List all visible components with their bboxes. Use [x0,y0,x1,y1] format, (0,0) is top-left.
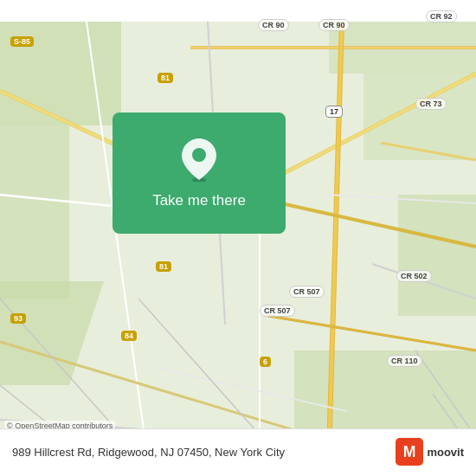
road-label-cr90-2: CR 90 [318,19,350,31]
road-label-cr502: CR 502 [396,270,432,282]
svg-point-36 [192,148,206,162]
address-text: 989 Hillcrest Rd, Ridgewood, NJ 07450, N… [12,446,396,459]
map-container: CR 90 CR 90 CR 92 CR 73 CR 507 CR 507 CR… [0,0,476,476]
road-label-cr507-2: CR 507 [260,305,295,317]
svg-rect-7 [363,74,476,160]
info-panel: 989 Hillcrest Rd, Ridgewood, NJ 07450, N… [0,428,476,476]
road-label-cr73: CR 73 [415,98,447,110]
route-badge-6: 6 [260,357,271,367]
moovit-logo: M moovit [396,438,464,466]
take-me-there-overlay[interactable]: Take me there [113,113,286,234]
road-label-cr507-1: CR 507 [289,286,325,298]
svg-text:M: M [403,443,416,460]
moovit-name-text: moovit [427,446,464,459]
route-badge-17: 17 [325,106,343,118]
route-badge-81-top: 81 [158,73,173,83]
route-badge-s85: S-85 [10,36,34,47]
road-label-cr90-1: CR 90 [258,19,289,31]
moovit-m-icon: M [396,438,423,466]
svg-rect-2 [0,125,69,299]
road-label-cr92: CR 92 [426,10,457,23]
map-background [0,0,476,476]
route-badge-84: 84 [121,331,137,341]
location-pin-icon [180,137,218,185]
route-badge-93: 93 [10,313,26,324]
road-label-cr110: CR 110 [387,355,422,367]
take-me-there-button[interactable]: Take me there [152,192,246,209]
svg-rect-4 [398,195,476,316]
route-badge-81-bottom: 81 [156,261,171,272]
